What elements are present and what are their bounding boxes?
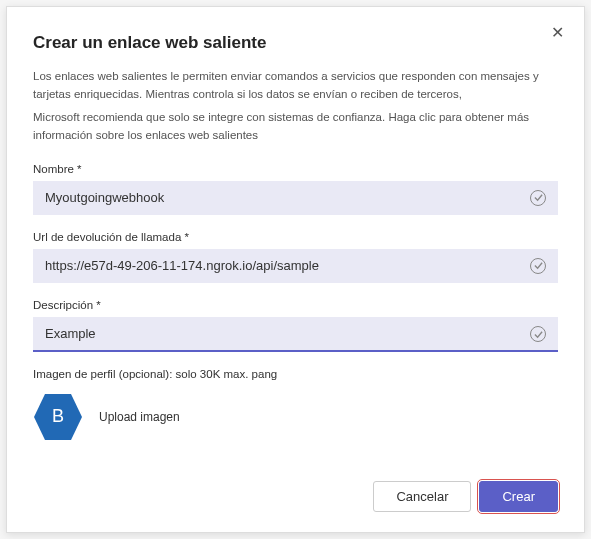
description-input[interactable]	[33, 317, 558, 352]
avatar-letter: B	[52, 406, 64, 427]
check-icon	[530, 258, 546, 274]
name-input-wrap	[33, 181, 558, 215]
cancel-button[interactable]: Cancelar	[373, 481, 471, 512]
avatar-row: B Upload imagen	[33, 392, 558, 442]
close-icon: ✕	[551, 24, 564, 41]
avatar-upload[interactable]: B	[33, 392, 83, 442]
description-label: Descripción *	[33, 299, 558, 311]
check-icon	[530, 326, 546, 342]
create-webhook-dialog: ✕ Crear un enlace web saliente Los enlac…	[6, 6, 585, 533]
close-button[interactable]: ✕	[551, 25, 564, 41]
create-button[interactable]: Crear	[479, 481, 558, 512]
name-label: Nombre *	[33, 163, 558, 175]
dialog-footer: Cancelar Crear	[33, 465, 558, 512]
upload-label[interactable]: Upload imagen	[99, 410, 180, 424]
avatar-label: Imagen de perfil (opcional): solo 30K ma…	[33, 368, 558, 380]
url-input[interactable]	[33, 249, 558, 283]
check-icon	[530, 190, 546, 206]
dialog-title: Crear un enlace web saliente	[33, 33, 558, 53]
dialog-description-2: Microsoft recomienda que solo se integre…	[33, 108, 558, 145]
url-label: Url de devolución de llamada *	[33, 231, 558, 243]
dialog-description-1: Los enlaces web salientes le permiten en…	[33, 67, 558, 104]
description-input-wrap	[33, 317, 558, 352]
url-input-wrap	[33, 249, 558, 283]
name-input[interactable]	[33, 181, 558, 215]
